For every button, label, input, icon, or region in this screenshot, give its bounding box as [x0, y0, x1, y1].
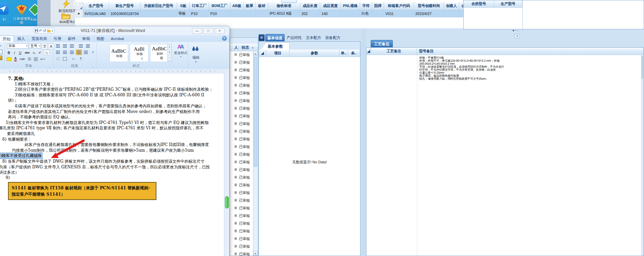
- remark-column-header[interactable]: 工艺备注: [371, 48, 417, 55]
- ruler[interactable]: [0, 69, 229, 74]
- param-column-header[interactable]: 项目: [266, 50, 290, 57]
- dingtalk-icon[interactable]: [0, 3, 9, 15]
- change-styles-button[interactable]: AA 更改样式 ▾: [173, 43, 188, 65]
- align-right-icon[interactable]: [69, 50, 75, 55]
- status-list-scrollbar[interactable]: ▲ ▼: [253, 51, 258, 256]
- column-header[interactable]: S板: [177, 2, 190, 10]
- word-tab-Acrobat[interactable]: Acrobat: [107, 35, 127, 42]
- status-row[interactable]: 幸已审核: [230, 189, 254, 197]
- status-row[interactable]: 幸已审核: [230, 151, 254, 158]
- column-header[interactable]: 型号创建时间: [414, 2, 444, 10]
- status-col-header-status[interactable]: 状态: [239, 45, 252, 50]
- detail-tab-设备配方[interactable]: 设备配方: [323, 34, 342, 41]
- font-dialog-launcher-icon[interactable]: ⌟: [49, 65, 50, 68]
- paragraph-dialog-launcher-icon[interactable]: ⌟: [92, 65, 94, 68]
- word-tab-引用[interactable]: 引用: [50, 35, 65, 42]
- word-tab-插入[interactable]: 插入: [14, 35, 28, 42]
- cut-icon[interactable]: ✂: [0, 43, 3, 48]
- status-row[interactable]: 幸已审核: [230, 204, 254, 212]
- column-header[interactable]: AB板: [230, 2, 244, 10]
- panel-splitter[interactable]: [361, 28, 366, 256]
- minimize-button[interactable]: —: [192, 28, 202, 34]
- copy-icon[interactable]: [0, 49, 3, 54]
- remark-scrollbar-thumb[interactable]: [641, 56, 643, 79]
- distributed-icon[interactable]: [83, 50, 89, 55]
- scroll-down-icon[interactable]: ▼: [253, 251, 258, 256]
- status-row[interactable]: 幸已审核: [230, 74, 254, 82]
- multilevel-list-icon[interactable]: [69, 43, 75, 49]
- change-case-icon[interactable]: Aa▾: [19, 56, 25, 62]
- enclose-character-icon[interactable]: Ⓐ: [26, 56, 33, 62]
- clear-format-icon[interactable]: ◇: [44, 50, 50, 56]
- scroll-up-icon[interactable]: ▲: [253, 51, 258, 56]
- column-header[interactable]: 升级前旧生产型号: [140, 2, 177, 10]
- font-color-icon[interactable]: A: [12, 56, 19, 62]
- status-col-header-person[interactable]: 人: [230, 45, 239, 50]
- tab-process-remark[interactable]: 工艺备注: [371, 40, 393, 47]
- style-gallery-scroll[interactable]: ▲▼▿: [167, 44, 172, 61]
- style-card[interactable]: AaBl标题 1: [130, 44, 148, 62]
- maximize-button[interactable]: □: [203, 28, 213, 34]
- status-row[interactable]: 幸已审核: [230, 105, 254, 112]
- status-row[interactable]: 幸已审核: [230, 166, 254, 174]
- product-table-selected-row[interactable]: ▶6V011ALVA010010600118734母板P10P10IPC-601…: [75, 10, 469, 17]
- justify-icon[interactable]: [76, 50, 82, 55]
- style-card[interactable]: AaBbC副标题: [150, 44, 169, 62]
- column-header[interactable]: 终端客户代码: [384, 2, 414, 10]
- status-row[interactable]: 幸已审核: [230, 135, 254, 143]
- status-row[interactable]: 幸已审核: [230, 181, 254, 189]
- param-column-header[interactable]: 参数: [290, 50, 339, 57]
- word-tab-页面布局[interactable]: 页面布局: [28, 35, 50, 42]
- increase-indent-icon[interactable]: [85, 43, 91, 49]
- character-shading-icon[interactable]: A: [33, 56, 39, 62]
- status-row[interactable]: 幸已审核: [230, 51, 254, 59]
- status-row[interactable]: 幸已审核: [230, 243, 254, 250]
- tab-basic-params[interactable]: 基本参数: [261, 42, 290, 50]
- status-row[interactable]: 幸已审核: [230, 174, 254, 181]
- panel-dropdown-icon[interactable]: ▼: [515, 34, 520, 38]
- panel-collapse-icon[interactable]: ▾ ⋯: [513, 29, 519, 32]
- scrollbar-thumb[interactable]: [254, 57, 257, 167]
- status-row[interactable]: 幸已审核: [230, 250, 254, 256]
- document-area[interactable]: 7. 其他:1)顾客不接收打叉板；2)部分订单客户要求需符合“PERFAG 2B…: [0, 74, 229, 256]
- help-icon[interactable]: ?: [222, 36, 227, 41]
- status-row[interactable]: 幸已审核: [230, 82, 254, 89]
- detail-tab-基本信息[interactable]: 基本信息: [265, 34, 285, 41]
- status-row[interactable]: 幸已审核: [230, 197, 254, 204]
- status-row[interactable]: 幸已审核: [230, 158, 254, 166]
- bom-query-icon[interactable]: [61, 12, 71, 21]
- word-tab-邮件[interactable]: 邮件: [65, 35, 79, 42]
- column-header[interactable]: BOM工厂: [209, 2, 230, 10]
- close-button[interactable]: ×: [215, 28, 225, 34]
- column-header[interactable]: PNL规格: [341, 2, 360, 10]
- status-row[interactable]: 幸已审核: [230, 112, 254, 120]
- remark-column-header[interactable]: 型号备注: [417, 48, 644, 55]
- align-center-icon[interactable]: [62, 50, 68, 55]
- column-header[interactable]: 阻焊: [372, 2, 384, 10]
- grow-shrink-font-icon[interactable]: A˄˅: [40, 56, 46, 62]
- phonetic-guide-icon[interactable]: 文: [42, 43, 48, 49]
- status-row[interactable]: 幸已审核: [230, 128, 254, 135]
- column-header[interactable]: 验收标准: [268, 2, 300, 10]
- status-row[interactable]: 幸已审核: [230, 59, 254, 66]
- column-header[interactable]: 生产型号: [83, 2, 109, 10]
- underline-icon[interactable]: U: [17, 50, 23, 56]
- status-row[interactable]: 幸已审核: [230, 120, 254, 128]
- word-titlebar[interactable]: ↶ ↺ ▾ V011-71 [兼容模式] - Microsoft Word — …: [0, 26, 229, 35]
- detail-tab-产品特性[interactable]: 产品特性: [285, 34, 304, 41]
- panel-nav-icon[interactable]: ≣: [259, 34, 265, 41]
- param-column-header[interactable]: 条..: [348, 50, 360, 57]
- bullets-icon[interactable]: [55, 43, 61, 49]
- find-icon[interactable]: [192, 47, 199, 51]
- decrease-indent-icon[interactable]: [78, 43, 84, 49]
- new-flow-icon[interactable]: [62, 0, 71, 9]
- numbering-icon[interactable]: [62, 43, 68, 49]
- editing-dropdown-icon[interactable]: ▼: [188, 61, 204, 63]
- column-header[interactable]: 成品宽度: [320, 2, 341, 10]
- style-card[interactable]: AaBbC标题: [109, 44, 128, 62]
- status-row[interactable]: 幸已审核: [230, 97, 254, 105]
- column-header[interactable]: 新生产型号: [109, 2, 140, 10]
- column-header[interactable]: 订单工厂: [190, 2, 209, 10]
- column-header[interactable]: 字符: [360, 2, 372, 10]
- word-tab-视图[interactable]: 视图: [93, 35, 107, 42]
